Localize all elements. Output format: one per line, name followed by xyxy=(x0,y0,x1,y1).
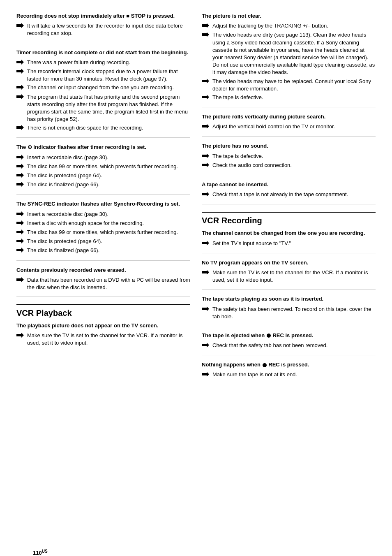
section-channel-cannot-change: The channel cannot be changed from the o… xyxy=(202,229,376,253)
bullet-list-no-tv-program: Make sure the TV is set to the channel f… xyxy=(202,269,376,284)
section-title-tape-ejected: The tape is ejected when REC is pressed. xyxy=(202,332,376,339)
list-item: The channel or input changed from the on… xyxy=(16,84,190,92)
list-item: Make sure the tape is not at its end. xyxy=(202,371,376,379)
arrow-icon xyxy=(202,32,211,39)
svg-marker-22 xyxy=(202,153,209,158)
svg-marker-0 xyxy=(16,23,24,28)
svg-marker-3 xyxy=(16,85,24,90)
list-item: It will take a few seconds for the recor… xyxy=(16,22,190,37)
section-playback-no-appear: The playback picture does not appear on … xyxy=(16,322,190,352)
svg-marker-26 xyxy=(202,270,209,275)
arrow-icon xyxy=(16,238,25,246)
svg-marker-17 xyxy=(202,23,209,28)
arrow-icon xyxy=(202,342,211,350)
svg-marker-24 xyxy=(202,192,209,197)
section-timer-recording: Timer recording is not complete or did n… xyxy=(16,49,190,138)
section-no-tv-program: No TV program appears on the TV screen. … xyxy=(202,259,376,290)
section-tape-ejected: The tape is ejected when REC is pressed.… xyxy=(202,332,376,355)
arrow-icon xyxy=(202,78,211,86)
list-item: Check that the safety tab has not been r… xyxy=(202,342,376,350)
section-title-picture-no-sound: The picture has no sound. xyxy=(202,142,376,150)
bullet-list-tape-ejected: Check that the safety tab has not been r… xyxy=(202,342,376,350)
svg-marker-2 xyxy=(16,69,24,74)
vcr-recording-heading: VCR Recording xyxy=(202,212,376,225)
section-sync-rec: The SYNC-REC indicator flashes after Syn… xyxy=(16,200,190,260)
bullet-list-sync-rec: Insert a recordable disc (page 30). Inse… xyxy=(16,211,190,255)
section-nothing-happens: Nothing happens when REC is pressed. Mak… xyxy=(202,361,376,384)
svg-marker-4 xyxy=(16,94,24,99)
svg-marker-8 xyxy=(16,173,24,178)
section-picture-not-clear: The picture is not clear. Adjust the tra… xyxy=(202,12,376,107)
list-item: Make sure the TV is set to the channel f… xyxy=(202,269,376,284)
section-title-recording-stop: Recording does not stop immediately afte… xyxy=(16,12,190,20)
bullet-list-picture-no-sound: The tape is defective. Check the audio c… xyxy=(202,153,376,169)
arrow-icon xyxy=(16,229,25,236)
bullet-list-contents-erased: Data that has been recorded on a DVD wit… xyxy=(16,276,190,291)
arrow-icon xyxy=(16,23,25,30)
list-item: The disc has 99 or more titles, which pr… xyxy=(16,163,190,171)
list-item: The disc is finalized (page 66). xyxy=(16,247,190,255)
vcr-playback-heading: VCR Playback xyxy=(16,304,190,318)
arrow-icon xyxy=(16,125,25,132)
left-column: Recording does not stop immediately afte… xyxy=(16,12,190,390)
arrow-icon xyxy=(202,269,211,277)
section-tape-cannot-insert: A tape cannot be inserted. Check that a … xyxy=(202,181,376,204)
list-item: Adjust the tracking by the TRACKING +/– … xyxy=(202,22,376,30)
section-title-picture-rolls: The picture rolls vertically during pict… xyxy=(202,113,376,120)
arrow-icon xyxy=(16,84,25,92)
list-item: The safety tab has been removed. To reco… xyxy=(202,306,376,320)
arrow-icon xyxy=(16,172,25,180)
arrow-icon xyxy=(16,332,25,340)
list-item: The disc is protected (page 64). xyxy=(16,172,190,180)
rec-dot-icon xyxy=(266,332,271,338)
section-tape-starts-playing: The tape starts playing as soon as it is… xyxy=(202,295,376,326)
list-item: Set the TV's input source to "TV." xyxy=(202,240,376,248)
arrow-icon xyxy=(202,191,211,199)
arrow-icon xyxy=(16,247,25,255)
arrow-icon xyxy=(202,123,211,131)
section-title-tape-starts-playing: The tape starts playing as soon as it is… xyxy=(202,295,376,303)
svg-marker-7 xyxy=(16,164,24,169)
section-title-indicator-flashes: The ⊙ indicator flashes after timer reco… xyxy=(16,144,190,151)
svg-marker-5 xyxy=(16,125,24,130)
arrow-icon xyxy=(16,163,25,171)
list-item: The disc has 99 or more titles, which pr… xyxy=(16,229,190,236)
svg-marker-20 xyxy=(202,95,209,100)
bullet-list-recording-stop: It will take a few seconds for the recor… xyxy=(16,22,190,37)
list-item: The tape is defective. xyxy=(202,94,376,102)
bullet-list-picture-rolls: Adjust the vertical hold control on the … xyxy=(202,123,376,131)
list-item: Adjust the vertical hold control on the … xyxy=(202,123,376,131)
bullet-list-tape-cannot-insert: Check that a tape is not already in the … xyxy=(202,191,376,199)
bullet-list-channel-cannot-change: Set the TV's input source to "TV." xyxy=(202,240,376,248)
section-title-timer-recording: Timer recording is not complete or did n… xyxy=(16,49,190,56)
arrow-icon xyxy=(16,277,25,284)
svg-marker-29 xyxy=(202,372,209,377)
bullet-list-picture-not-clear: Adjust the tracking by the TRACKING +/– … xyxy=(202,22,376,102)
list-item: The video heads are dirty (see page 113)… xyxy=(202,31,376,76)
svg-marker-6 xyxy=(16,155,24,160)
arrow-icon xyxy=(16,94,25,101)
list-item: Data that has been recorded on a DVD wit… xyxy=(16,276,190,291)
section-title-nothing-happens: Nothing happens when REC is pressed. xyxy=(202,361,376,368)
svg-marker-16 xyxy=(16,333,24,338)
list-item: Insert a recordable disc (page 30). xyxy=(16,211,190,218)
svg-marker-1 xyxy=(16,60,24,65)
svg-marker-11 xyxy=(16,220,24,225)
section-contents-erased: Contents previously recorded were erased… xyxy=(16,266,190,297)
svg-marker-9 xyxy=(16,182,24,187)
bullet-list-timer-recording: There was a power failure during recordi… xyxy=(16,59,190,132)
svg-marker-19 xyxy=(202,79,209,83)
arrow-icon xyxy=(16,181,25,189)
section-title-no-tv-program: No TV program appears on the TV screen. xyxy=(202,259,376,266)
rec-dot-icon-2 xyxy=(262,361,267,368)
arrow-icon xyxy=(202,162,211,169)
svg-marker-10 xyxy=(16,211,24,216)
arrow-icon xyxy=(16,220,25,227)
arrow-icon xyxy=(202,371,211,379)
svg-marker-12 xyxy=(16,229,24,234)
list-item: Insert a disc with enough space for the … xyxy=(16,220,190,227)
svg-marker-27 xyxy=(202,306,209,311)
bullet-list-tape-starts-playing: The safety tab has been removed. To reco… xyxy=(202,306,376,320)
list-item: There was a power failure during recordi… xyxy=(16,59,190,67)
svg-marker-15 xyxy=(16,277,24,282)
